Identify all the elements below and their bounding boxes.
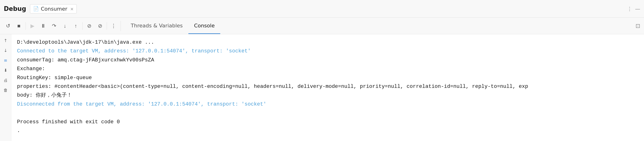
scroll-up-button[interactable]: ↑ (2, 36, 10, 45)
soft-wrap-button[interactable]: ≡ (2, 56, 10, 64)
console-line: body: 你好，小兔子！ (17, 91, 638, 100)
toolbar: ↺ ■ ▶ ⏸ ↷ ↓ ↑ ⊘ ⊘ ⋮ Threads & Variables … (0, 18, 644, 34)
tab-close-button[interactable]: × (70, 6, 74, 11)
tab-label: Consumer (41, 6, 67, 12)
separator-1 (26, 22, 26, 30)
step-out-button[interactable]: ↑ (70, 21, 81, 31)
console-line: properties: #contentHeader<basic>(conten… (17, 82, 638, 91)
console-line: D:\developtools\Java\jdk-17\bin\java.exe… (17, 38, 638, 47)
title-bar: Debug 📄 Consumer × ⋮ — (0, 0, 644, 18)
print-button[interactable]: 🖨 (2, 76, 10, 84)
scroll-to-end-button[interactable]: ⬇ (2, 66, 10, 74)
console-line (17, 109, 638, 118)
console-tab[interactable]: Console (188, 18, 220, 34)
stop-button[interactable]: ■ (14, 21, 24, 31)
step-over-button[interactable]: ↷ (49, 21, 59, 31)
settings-icon[interactable]: ⊡ (636, 23, 640, 29)
threads-variables-tab[interactable]: Threads & Variables (125, 18, 188, 34)
rerun-button[interactable]: ↺ (3, 21, 13, 31)
resume-button[interactable]: ▶ (27, 21, 38, 31)
more-toolbar-button[interactable]: ⋮ (108, 21, 119, 31)
console-output: D:\developtools\Java\jdk-17\bin\java.exe… (11, 34, 644, 141)
consumer-tab[interactable]: 📄 Consumer × (30, 4, 77, 14)
console-cursor-line: . (17, 126, 638, 135)
toolbar-tabs: Threads & Variables Console (125, 18, 220, 34)
title-bar-right: ⋮ — (627, 6, 640, 12)
console-line: consumerTag: amq.ctag-jFABjxurcxhwkYv00s… (17, 56, 638, 64)
scroll-down-button[interactable]: ↓ (2, 46, 10, 54)
console-line: Disconnected from the target VM, address… (17, 100, 638, 109)
clear-console-button[interactable]: 🗑 (2, 86, 10, 94)
debug-label: Debug (4, 5, 26, 12)
toolbar-right: ⊡ (636, 23, 644, 29)
console-line: Process finished with exit code 0 (17, 118, 638, 126)
file-icon: 📄 (33, 6, 39, 12)
step-into-button[interactable]: ↓ (60, 21, 70, 31)
toolbar-buttons: ↺ ■ ▶ ⏸ ↷ ↓ ↑ ⊘ ⊘ ⋮ (1, 21, 121, 31)
console-line: Exchange: (17, 64, 638, 73)
title-bar-left: Debug 📄 Consumer × (4, 4, 77, 14)
mute-breakpoints-button[interactable]: ⊘ (95, 21, 105, 31)
console-line: Connected to the target VM, address: '12… (17, 47, 638, 56)
console-line: RoutingKey: simple-queue (17, 74, 638, 82)
minimize-icon[interactable]: — (635, 6, 640, 12)
pause-button[interactable]: ⏸ (38, 21, 48, 31)
separator-3 (107, 22, 107, 30)
main-content: ↑ ↓ ≡ ⬇ 🖨 🗑 D:\developtools\Java\jdk-17\… (0, 34, 644, 141)
stop-on-exception-button[interactable]: ⊘ (84, 21, 94, 31)
left-sidebar: ↑ ↓ ≡ ⬇ 🖨 🗑 (0, 34, 11, 141)
more-options-icon[interactable]: ⋮ (627, 6, 632, 12)
